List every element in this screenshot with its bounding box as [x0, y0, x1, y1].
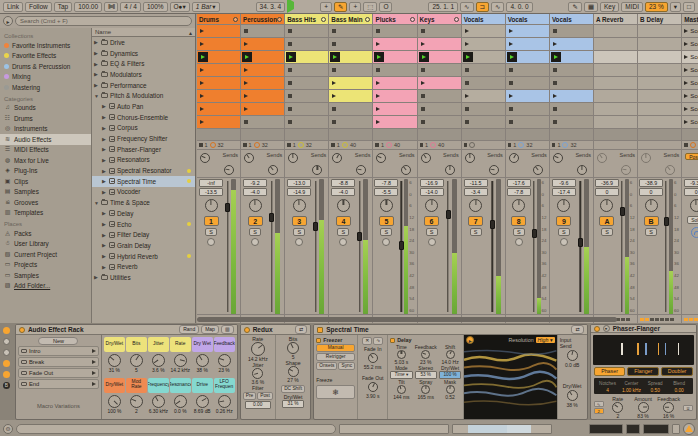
macro-variation-end[interactable]: End	[18, 379, 99, 389]
pan-knob[interactable]	[337, 199, 350, 212]
macro-label[interactable]: Jitter	[148, 337, 169, 352]
tap-tempo-button[interactable]: Tap	[54, 2, 72, 12]
volume-fader[interactable]	[578, 179, 583, 314]
browser-item-pitch-modulation[interactable]: ▼Pitch & Modulation	[92, 90, 195, 101]
sidebar-category-samples[interactable]: ▤Samples	[0, 187, 91, 198]
track-collapse-icon[interactable]	[277, 17, 282, 22]
delay-stereo-value[interactable]: 53 %	[415, 371, 437, 379]
track-activator-button[interactable]: 2	[248, 216, 263, 226]
browser-item-frequency-shifter[interactable]: ▶Frequency Shifter	[92, 133, 195, 144]
mini-device-1[interactable]	[589, 424, 623, 434]
browser-item-reverb[interactable]: ▶Reverb	[92, 261, 195, 272]
clip-stop-all-icon[interactable]	[375, 143, 379, 147]
stop-slot[interactable]	[462, 77, 505, 89]
fade-curve-button[interactable]: ∿	[373, 337, 383, 345]
stop-slot[interactable]	[373, 64, 416, 76]
sidebar-place-add-folder-[interactable]: ▨Add Folder...	[0, 281, 91, 292]
browser-item-eq-filters[interactable]: ▶EQ & Filters	[92, 58, 195, 69]
send-a-knob[interactable]	[244, 153, 254, 163]
send-b-knob[interactable]	[445, 165, 455, 175]
name-column-header[interactable]: Name	[95, 29, 111, 35]
sidebar-collection-favorite-effects[interactable]: Favorite Effects	[0, 51, 91, 62]
empty-slot[interactable]	[638, 77, 681, 89]
scene-play-icon[interactable]	[684, 81, 688, 85]
playing-clip-icon[interactable]	[330, 52, 340, 62]
browser-item-corpus[interactable]: ▶Corpus	[92, 123, 195, 134]
device-rail-sends-icon[interactable]	[3, 349, 10, 356]
track-collapse-icon[interactable]	[321, 17, 326, 22]
stop-slot[interactable]	[241, 116, 284, 128]
spread-value[interactable]: 0.50	[651, 388, 660, 393]
volume-fader[interactable]	[446, 179, 451, 314]
collapsed-arrow-icon[interactable]: ▶	[102, 146, 107, 152]
track-header[interactable]: Keys	[418, 14, 461, 24]
scene-slot[interactable]: Scene 6	[682, 90, 698, 102]
peak-level-field[interactable]: -inf	[199, 179, 223, 187]
clip-stop-icon[interactable]	[509, 107, 513, 111]
clip-stop-icon[interactable]	[509, 81, 513, 85]
fade-in-knob[interactable]	[368, 353, 378, 363]
track-collapse-icon[interactable]	[233, 17, 238, 22]
send-b-knob[interactable]	[401, 165, 411, 175]
playing-clip-icon[interactable]	[463, 52, 473, 62]
clip-stop-icon[interactable]	[288, 68, 292, 72]
pan-knob[interactable]	[293, 199, 306, 212]
collapsed-arrow-icon[interactable]: ▶	[102, 125, 107, 131]
macro-knob[interactable]	[108, 395, 121, 408]
fader-handle[interactable]	[357, 232, 362, 241]
scene-play-icon[interactable]	[684, 42, 688, 46]
playing-clip-slot[interactable]	[550, 51, 593, 63]
macro-label[interactable]: Mod Rate	[126, 378, 147, 393]
stop-slot[interactable]	[462, 116, 505, 128]
spectrogram-display[interactable]: ▸ Resolution High ▾	[464, 335, 556, 419]
volume-field[interactable]: -4.0	[331, 188, 355, 196]
freezer-manual-button[interactable]: Manual	[316, 344, 355, 352]
clip-stop-icon[interactable]	[465, 81, 469, 85]
clip-slot[interactable]	[197, 38, 240, 50]
pan-knob[interactable]	[205, 199, 218, 212]
mini-device-4[interactable]	[672, 424, 680, 434]
collapsed-arrow-icon[interactable]: ▶	[94, 50, 99, 56]
browser-item-delay[interactable]: ▶Delay	[92, 208, 195, 219]
loop-button[interactable]: O	[379, 2, 392, 12]
stop-slot[interactable]	[329, 64, 372, 76]
sidebar-collection-mastering[interactable]: Mastering	[0, 82, 91, 93]
track-header[interactable]: Vocals	[462, 14, 505, 24]
loop-length-field[interactable]: 4. 0. 0	[506, 2, 532, 12]
freezer-retrigger-button[interactable]: Retrigger	[316, 353, 355, 361]
clip-play-icon[interactable]	[465, 42, 469, 46]
send-b-knob[interactable]	[268, 165, 278, 175]
nudge-buttons[interactable]: ‖≡‖	[104, 2, 118, 12]
send-a-knob[interactable]	[376, 153, 386, 163]
track-activator-button[interactable]: A	[599, 216, 614, 226]
send-b-knob[interactable]	[533, 165, 543, 175]
stop-slot[interactable]	[550, 64, 593, 76]
scene-play-icon[interactable]	[684, 29, 688, 33]
solo-button[interactable]: S	[601, 228, 613, 236]
clip-play-icon[interactable]	[376, 42, 380, 46]
stop-slot[interactable]	[418, 90, 461, 102]
volume-field[interactable]: -4.0	[243, 188, 267, 196]
redux-filter-value[interactable]: 0.00	[245, 401, 271, 409]
send-a-knob[interactable]	[641, 153, 651, 163]
macro-knob[interactable]	[218, 354, 231, 367]
clip-stop-icon[interactable]	[332, 29, 336, 33]
send-b-knob[interactable]	[665, 165, 675, 175]
send-a-knob[interactable]	[553, 153, 563, 163]
collapsed-arrow-icon[interactable]: ▶	[102, 253, 107, 259]
clip-play-icon[interactable]	[244, 68, 248, 72]
clip-stop-icon[interactable]	[465, 68, 469, 72]
collapsed-arrow-icon[interactable]: ▶	[102, 114, 107, 120]
arm-button[interactable]	[515, 238, 523, 246]
clip-stop-icon[interactable]	[421, 94, 425, 98]
arm-button[interactable]	[295, 238, 303, 246]
browser-item-phaser-flanger[interactable]: ▶Phaser-Flanger	[92, 144, 195, 155]
clip-stop-icon[interactable]	[553, 120, 557, 124]
send-a-knob[interactable]	[597, 153, 607, 163]
clip-stop-icon[interactable]	[553, 29, 557, 33]
solo-button[interactable]: S	[293, 228, 305, 236]
sidebar-category-midi-effects[interactable]: ☰MIDI Effects	[0, 145, 91, 156]
sidebar-category-max-for-live[interactable]: ◍Max for Live	[0, 155, 91, 166]
punch-out-button[interactable]: ∿	[491, 2, 504, 12]
new-variation-button[interactable]: New	[38, 337, 78, 345]
